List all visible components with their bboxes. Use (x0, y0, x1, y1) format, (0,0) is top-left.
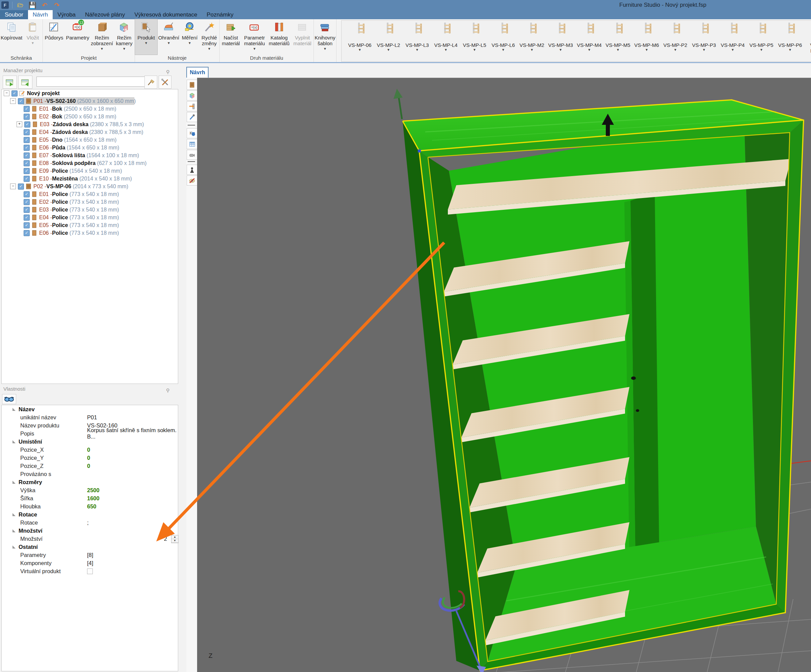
template-vs-mp-m3[interactable]: VS-MP-M3▼ (546, 20, 575, 61)
tree-expander[interactable]: − (10, 183, 16, 189)
tree-item-nový-projekt[interactable]: −✓Nový projekt (2, 90, 178, 97)
tree-checkbox[interactable]: ✓ (24, 215, 30, 221)
tree-item-E07-soklová-lišta[interactable]: ✓E07 - Soklová lišta (1564 x 100 x 18 mm… (2, 151, 178, 159)
tree-checkbox[interactable]: ✓ (24, 191, 30, 197)
tab-návrh[interactable]: Návrh (28, 10, 53, 19)
tree-checkbox[interactable]: ✓ (24, 207, 30, 213)
app-icon[interactable]: F (1, 1, 9, 9)
pipette-icon[interactable] (187, 112, 197, 122)
viewport-tab-navrh[interactable]: Návrh (186, 67, 209, 78)
save-icon[interactable]: 💾 (28, 1, 37, 9)
template-vs-mp-l3[interactable]: VS-MP-L3▼ (403, 20, 431, 61)
template-vs-mp-m6[interactable]: VS-MP-M6▼ (633, 20, 661, 61)
tree-item-E06-půda[interactable]: ✓E06 - Půda (1564 x 650 x 18 mm) (2, 144, 178, 151)
undo-icon[interactable]: ↶ (40, 1, 49, 9)
tree-item-E01-police[interactable]: ✓E01 - Police (773 x 540 x 18 mm) (2, 190, 178, 198)
tree-item-E08-soklová-podpěra[interactable]: ✓E08 - Soklová podpěra (627 x 100 x 18 m… (2, 159, 178, 167)
template-vs-mp-06[interactable]: VS-MP-06▼ (346, 20, 374, 61)
tree-checkbox[interactable]: ✓ (24, 160, 30, 166)
ribbon-button-režim-zobrazení[interactable]: Režim zobrazení▼ (90, 19, 114, 55)
template-vs-mp-p2[interactable]: VS-MP-P2▼ (661, 20, 689, 61)
tree-checkbox[interactable]: ✓ (24, 129, 30, 135)
tree-checkbox[interactable]: ✓ (24, 122, 31, 127)
tree-expander[interactable]: − (10, 98, 16, 104)
tab-soubor[interactable]: Soubor (0, 10, 28, 19)
ribbon-button-půdorys[interactable]: Půdorys (43, 19, 65, 55)
ribbon-button-měření[interactable]: Měření▼ (180, 19, 199, 55)
ribbon-button-vyplnit-materiál[interactable]: Vyplnit materiál (291, 19, 314, 55)
property-group-rotace[interactable]: Rotace (2, 510, 178, 518)
tree-checkbox[interactable]: ✓ (24, 106, 30, 112)
ribbon-button-režim-kamery[interactable]: ABRežim kamery▼ (114, 19, 135, 55)
tree-item-P01-vs-s02-160[interactable]: −✓P01 - VS-S02-160 (2500 x 1600 x 650 mm… (2, 97, 178, 105)
tree-item-E09-police[interactable]: ✓E09 - Police (1564 x 540 x 18 mm) (2, 167, 178, 175)
property-group-název[interactable]: Název (2, 405, 178, 413)
tree-checkbox[interactable]: ✓ (24, 222, 30, 229)
search-input[interactable] (36, 76, 146, 87)
abc-cube-icon[interactable] (187, 90, 197, 100)
ribbon-button-vložit[interactable]: Vložit▼ (23, 19, 42, 55)
template-vs-mp-p6[interactable]: VS-MP-P6▼ (776, 20, 804, 61)
tab-výkresová-dokumentace[interactable]: Výkresová dokumentace (130, 10, 202, 19)
product-icon[interactable] (187, 80, 197, 90)
tree-expander[interactable]: + (17, 122, 22, 127)
tree-checkbox[interactable]: ✓ (24, 199, 30, 205)
tree-checkbox[interactable]: ✓ (24, 152, 30, 159)
tree-expander[interactable]: − (4, 90, 9, 96)
insert-panel-icon[interactable] (187, 101, 197, 111)
tree-checkbox[interactable]: ✓ (24, 114, 30, 120)
ribbon-button-parametr-materiálu[interactable]: ={x}Parametr materiálu▼ (242, 19, 267, 55)
tree-item-P02-vs-mp-06[interactable]: −✓P02 - VS-MP-06 (2014 x 773 x 540 mm) (2, 183, 178, 190)
tree-item-E02-police[interactable]: ✓E02 - Police (773 x 540 x 18 mm) (2, 198, 178, 206)
camera-icon[interactable] (187, 150, 197, 160)
ribbon-button-kopírovat[interactable]: Kopírovat (0, 19, 23, 55)
ribbon-button-produkt[interactable]: Produkt▼ (135, 19, 157, 55)
pawn-icon[interactable] (187, 165, 197, 175)
tree-item-E10-mezistěna[interactable]: ✓E10 - Mezistěna (2014 x 540 x 18 mm) (2, 175, 178, 183)
property-group-umístění[interactable]: Umístění (2, 438, 178, 446)
template-vs-mp-m2[interactable]: VS-MP-M2▼ (518, 20, 546, 61)
checkbox[interactable] (87, 569, 93, 574)
glasses-icon[interactable] (2, 394, 16, 404)
tab-výroba[interactable]: Výroba (53, 10, 80, 19)
tree-item-E03-police[interactable]: ✓E03 - Police (773 x 540 x 18 mm) (2, 206, 178, 213)
tree-checkbox[interactable]: ✓ (24, 230, 30, 236)
hide-eye-icon[interactable] (187, 175, 197, 186)
tree-item-E02-bok[interactable]: ✓E02 - Bok (2500 x 650 x 18 mm) (2, 113, 178, 120)
ribbon-button-parametry[interactable]: ={x}Parametry13 (65, 19, 90, 55)
template-vs-mp-p4[interactable]: VS-MP-P4▼ (719, 20, 747, 61)
export-table-icon[interactable] (18, 76, 32, 89)
tree-checkbox[interactable]: ✓ (18, 183, 24, 190)
table-icon[interactable] (187, 139, 197, 149)
property-group-množství[interactable]: Množství (2, 526, 178, 535)
tree-checkbox[interactable]: ✓ (24, 137, 30, 143)
tree-item-E06-police[interactable]: ✓E06 - Police (773 x 540 x 18 mm) (2, 229, 178, 237)
redo-icon[interactable]: ↷ (52, 1, 61, 9)
template-vs-mp-m5[interactable]: VS-MP-M5▼ (604, 20, 632, 61)
tree-item-E03-zádová-deska[interactable]: +✓E03 - Zádová deska (2380 x 788,5 x 3 m… (2, 120, 178, 128)
template-vs-mz-metabo[interactable]: VS-MZ-Metabo▼ (804, 20, 811, 61)
template-vs-mp-l5[interactable]: VS-MP-L5▼ (460, 20, 489, 61)
tree-checkbox[interactable]: ✓ (24, 168, 30, 174)
tree-item-E04-zádová-deska[interactable]: ✓E04 - Zádová deska (2380 x 788,5 x 3 mm… (2, 128, 178, 136)
ribbon-button-rychlé-změny[interactable]: Rychlé změny▼ (199, 19, 219, 55)
pin-icon[interactable]: ⚲ (166, 68, 171, 73)
tab-nářezové-plány[interactable]: Nářezové plány (80, 10, 130, 19)
ribbon-button-načíst-materiál[interactable]: Načíst materiál (220, 19, 242, 55)
template-vs-mp-l4[interactable]: VS-MP-L4▼ (432, 20, 460, 61)
tree-item-E05-police[interactable]: ✓E05 - Police (773 x 540 x 18 mm) (2, 221, 178, 229)
tree-item-E05-dno[interactable]: ✓E05 - Dno (1564 x 650 x 18 mm) (2, 136, 178, 144)
lock-k-icon[interactable]: K (187, 128, 197, 138)
template-vs-mp-l2[interactable]: VS-MP-L2▼ (374, 20, 403, 61)
tree-item-E01-bok[interactable]: ✓E01 - Bok (2500 x 650 x 18 mm) (2, 105, 178, 113)
viewport-3d[interactable]: Z (197, 78, 811, 672)
pin-icon[interactable]: ⚲ (166, 386, 171, 391)
tree-checkbox[interactable]: ✓ (24, 145, 30, 151)
tree-checkbox[interactable]: ✓ (24, 176, 30, 182)
template-vs-mp-p3[interactable]: VS-MP-P3▼ (690, 20, 718, 61)
import-table-icon[interactable] (3, 76, 17, 89)
tree-checkbox[interactable]: ✓ (12, 90, 17, 96)
template-vs-mp-l6[interactable]: VS-MP-L6▼ (489, 20, 517, 61)
quantity-stepper[interactable]: ▲▼ (171, 535, 178, 543)
ribbon-button-katalog-materiálů[interactable]: Katalog materiálů (267, 19, 291, 55)
